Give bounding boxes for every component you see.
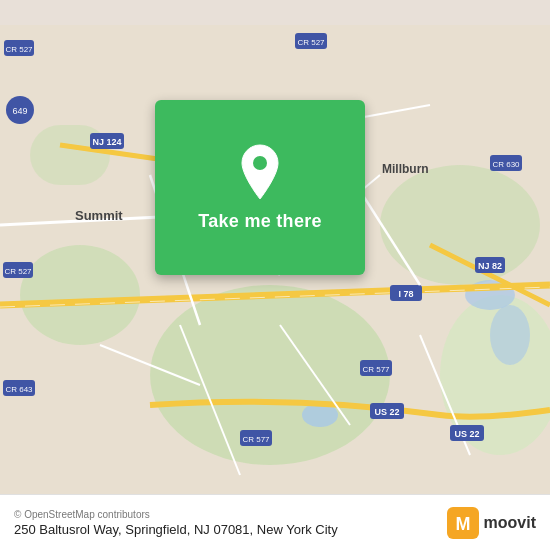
moovit-logo: M moovit bbox=[447, 507, 536, 539]
svg-text:M: M bbox=[455, 514, 470, 534]
bottom-left: © OpenStreetMap contributors 250 Baltusr… bbox=[14, 509, 338, 537]
svg-point-50 bbox=[253, 156, 267, 170]
svg-text:CR 630: CR 630 bbox=[492, 160, 520, 169]
svg-point-3 bbox=[380, 165, 540, 285]
svg-point-2 bbox=[20, 245, 140, 345]
svg-text:CR 577: CR 577 bbox=[362, 365, 390, 374]
svg-point-8 bbox=[490, 305, 530, 365]
svg-text:CR 527: CR 527 bbox=[5, 45, 33, 54]
moovit-text: moovit bbox=[484, 514, 536, 532]
svg-text:US 22: US 22 bbox=[374, 407, 399, 417]
copyright-text: © OpenStreetMap contributors bbox=[14, 509, 338, 520]
svg-text:CR 527: CR 527 bbox=[4, 267, 32, 276]
svg-text:Millburn: Millburn bbox=[382, 162, 429, 176]
moovit-icon: M bbox=[447, 507, 479, 539]
svg-text:I 78: I 78 bbox=[398, 289, 413, 299]
bottom-bar: © OpenStreetMap contributors 250 Baltusr… bbox=[0, 494, 550, 550]
svg-text:CR 577: CR 577 bbox=[242, 435, 270, 444]
svg-text:NJ 124: NJ 124 bbox=[92, 137, 121, 147]
svg-text:Summit: Summit bbox=[75, 208, 123, 223]
svg-text:CR 643: CR 643 bbox=[5, 385, 33, 394]
map-container: I 78 US 22 NJ 82 NJ 124 CR 527 CR 527 CR… bbox=[0, 0, 550, 550]
action-card: Take me there bbox=[155, 100, 365, 275]
svg-text:649: 649 bbox=[12, 106, 27, 116]
address-text: 250 Baltusrol Way, Springfield, NJ 07081… bbox=[14, 522, 338, 537]
svg-text:CR 527: CR 527 bbox=[297, 38, 325, 47]
location-pin-icon bbox=[236, 143, 284, 201]
svg-text:US 22: US 22 bbox=[454, 429, 479, 439]
take-me-there-button[interactable]: Take me there bbox=[198, 211, 322, 232]
svg-text:NJ 82: NJ 82 bbox=[478, 261, 502, 271]
map-background: I 78 US 22 NJ 82 NJ 124 CR 527 CR 527 CR… bbox=[0, 0, 550, 550]
